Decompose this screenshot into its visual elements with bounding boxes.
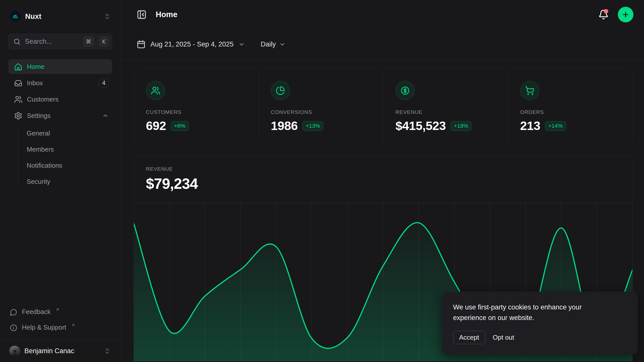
panel-collapse-icon[interactable] — [137, 10, 147, 20]
house-icon — [14, 63, 22, 71]
inbox-count-badge: 4 — [99, 79, 109, 87]
inbox-icon — [14, 79, 22, 87]
feedback-label: Feedback — [22, 308, 51, 316]
chevron-up-icon — [102, 112, 109, 119]
plus-icon — [622, 11, 630, 19]
sidebar-item-security[interactable]: Security — [18, 173, 112, 190]
stat-icon-circle — [395, 81, 415, 100]
filters-toolbar: Aug 21, 2025 - Sep 4, 2025 Daily — [120, 29, 644, 60]
opt-out-button[interactable]: Opt out — [492, 331, 515, 344]
workspace-switcher[interactable]: Nuxt — [8, 9, 112, 24]
stat-icon-circle — [146, 81, 165, 100]
unfold-icon — [104, 13, 111, 20]
stat-delta-badge: +6% — [171, 121, 189, 131]
header-actions — [598, 7, 633, 22]
sidebar-item-notifications[interactable]: Notifications — [18, 157, 112, 173]
kbd-meta: ⌘ — [84, 36, 94, 47]
sidebar-user-section: Benjamin Canac — [0, 340, 120, 362]
sidebar-item-home[interactable]: Home — [8, 59, 112, 74]
stat-label: CUSTOMERS — [146, 109, 247, 115]
stat-value: 1986 — [271, 119, 298, 133]
dollar-circle-icon — [400, 86, 410, 95]
sidebar-item-general[interactable]: General — [18, 125, 112, 141]
search-input[interactable] — [24, 37, 80, 46]
arrow-up-right-icon — [55, 307, 60, 312]
help-support-link[interactable]: Help & Support — [8, 322, 112, 334]
message-bubble-icon — [10, 308, 17, 316]
user-menu[interactable]: Benjamin Canac — [8, 345, 112, 357]
search-box[interactable]: ⌘ K — [8, 34, 112, 49]
stat-card-revenue: REVENUE $415,523 +18% — [383, 69, 508, 144]
sidebar-item-members[interactable]: Members — [18, 141, 112, 157]
revenue-chart-header: REVENUE $79,234 — [134, 156, 632, 192]
chevron-down-icon — [238, 41, 245, 48]
accept-button[interactable]: Accept — [453, 331, 485, 344]
gear-icon — [14, 112, 22, 120]
app-window: Nuxt ⌘ K Home Inbox 4 Customers — [0, 0, 644, 362]
stat-value: 213 — [520, 119, 540, 133]
stat-card-customers: CUSTOMERS 692 +6% — [134, 69, 259, 144]
stat-label: REVENUE — [395, 109, 496, 115]
workspace-name: Nuxt — [25, 12, 100, 21]
user-name: Benjamin Canac — [24, 347, 100, 355]
notifications-button[interactable] — [598, 9, 609, 20]
unfold-icon — [104, 348, 111, 354]
sidebar-item-label: Customers — [27, 96, 59, 103]
granularity-label: Daily — [261, 40, 276, 48]
chevron-down-icon — [279, 41, 286, 48]
help-support-label: Help & Support — [22, 324, 66, 331]
cookie-actions: Accept Opt out — [453, 331, 627, 344]
stat-delta-badge: +14% — [545, 121, 566, 131]
cookie-banner: We use first-party cookies to enhance yo… — [442, 292, 638, 354]
stat-label: ORDERS — [520, 109, 621, 115]
kbd-k: K — [99, 36, 109, 47]
granularity-select[interactable]: Daily — [261, 40, 286, 48]
date-range-label: Aug 21, 2025 - Sep 4, 2025 — [150, 40, 233, 48]
nuxt-logo — [10, 11, 21, 22]
stat-label: CONVERSIONS — [271, 109, 371, 115]
sidebar-item-customers[interactable]: Customers — [8, 92, 112, 107]
users-icon — [14, 95, 22, 104]
sidebar-item-label: Settings — [27, 112, 51, 120]
stat-icon-circle — [271, 81, 290, 100]
settings-submenu: General Members Notifications Security — [18, 125, 112, 190]
search-icon — [13, 38, 21, 45]
stats-row: CUSTOMERS 692 +6% CONVERSIONS 1986 +13% — [134, 69, 633, 144]
sidebar-item-settings[interactable]: Settings — [8, 108, 112, 123]
arrow-up-right-icon — [71, 323, 75, 327]
cookie-message: We use first-party cookies to enhance yo… — [453, 302, 614, 323]
add-button[interactable] — [618, 7, 633, 22]
page-title: Home — [156, 10, 177, 19]
stat-delta-badge: +13% — [303, 121, 324, 131]
stat-delta-badge: +18% — [451, 121, 471, 131]
stat-card-orders: ORDERS 213 +14% — [508, 69, 633, 144]
sidebar-item-label: Inbox — [27, 79, 43, 87]
info-circle-icon — [10, 324, 17, 332]
sidebar-spacer — [8, 191, 112, 306]
sidebar-item-inbox[interactable]: Inbox 4 — [8, 76, 112, 90]
page-header: Home — [120, 0, 644, 29]
calendar-icon — [137, 40, 146, 49]
sidebar-item-label: Home — [27, 63, 44, 71]
cart-icon — [525, 86, 534, 95]
stat-card-conversions: CONVERSIONS 1986 +13% — [259, 69, 383, 144]
date-range-picker[interactable]: Aug 21, 2025 - Sep 4, 2025 — [137, 40, 245, 49]
stat-value: $415,523 — [395, 119, 446, 133]
notification-dot — [604, 9, 608, 14]
sidebar: Nuxt ⌘ K Home Inbox 4 Customers — [0, 0, 120, 362]
sidebar-nav: Home Inbox 4 Customers Settings General … — [8, 59, 112, 191]
avatar — [9, 346, 20, 356]
revenue-chart-label: REVENUE — [146, 166, 620, 172]
revenue-chart-total: $79,234 — [146, 175, 620, 192]
pie-chart-icon — [276, 86, 285, 95]
stat-value: 692 — [146, 119, 166, 133]
feedback-link[interactable]: Feedback — [8, 306, 112, 318]
users-icon — [151, 86, 160, 95]
stat-icon-circle — [520, 81, 539, 100]
